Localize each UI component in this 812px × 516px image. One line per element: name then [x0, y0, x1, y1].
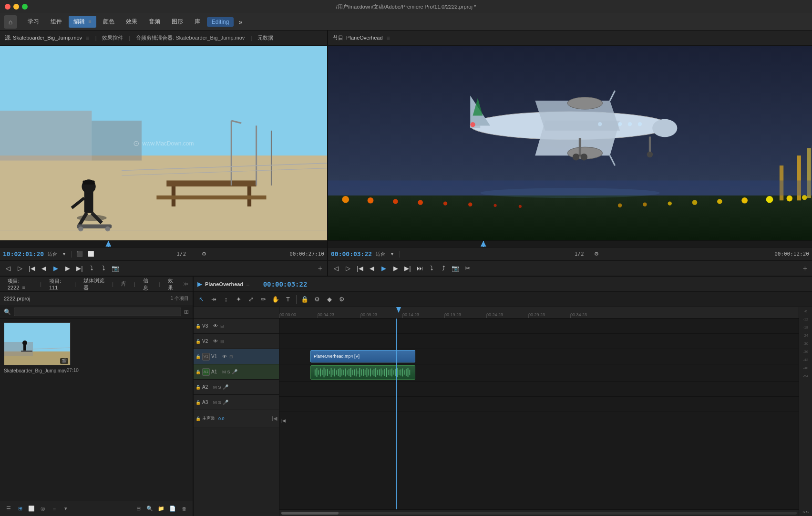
- source-step-back[interactable]: ◀: [39, 263, 49, 274]
- track-mic-A2[interactable]: 🎤: [223, 384, 228, 390]
- clip-video-planeoverhead[interactable]: PlaneOverhead.mp4 [V]: [310, 350, 415, 362]
- timeline-scrollbar-thumb[interactable]: [281, 512, 339, 515]
- close-button[interactable]: [5, 4, 10, 10]
- menu-item-audio[interactable]: 音频: [144, 16, 165, 28]
- track-lock-A1[interactable]: 🔒: [195, 370, 201, 374]
- program-add-button[interactable]: +: [801, 264, 809, 273]
- source-effects-tab[interactable]: 效果控件: [102, 34, 123, 41]
- automate-to-sequence[interactable]: ⊟: [134, 504, 143, 514]
- track-sync-V1[interactable]: ⊟: [229, 354, 233, 359]
- program-fit-dropdown[interactable]: ▾: [387, 249, 397, 259]
- tool-selection[interactable]: ↖: [195, 294, 207, 305]
- search-options-icon[interactable]: ⊞: [184, 309, 189, 315]
- menu-item-color[interactable]: 颜色: [98, 16, 119, 28]
- timeline-scrollbar-track[interactable]: [281, 512, 797, 515]
- icon-view-button[interactable]: ◎: [38, 504, 48, 514]
- source-panel-menu[interactable]: ≡: [86, 34, 90, 41]
- source-scrubber[interactable]: [0, 240, 327, 247]
- source-mark-out[interactable]: ▷: [15, 263, 25, 274]
- tool-razor[interactable]: ✦: [233, 294, 244, 305]
- tool-slip[interactable]: ⤢: [245, 294, 257, 305]
- program-scrubber[interactable]: [328, 240, 812, 247]
- project-tab-main[interactable]: 项目: 2222 ≡: [4, 277, 36, 291]
- menu-item-library[interactable]: 库: [190, 16, 205, 28]
- track-content-A2[interactable]: [279, 382, 799, 397]
- track-lock-A3[interactable]: 🔒: [195, 400, 201, 405]
- more-workspaces-button[interactable]: »: [236, 16, 245, 28]
- source-play[interactable]: ▶: [51, 263, 61, 274]
- source-go-out[interactable]: ▶|: [74, 263, 85, 274]
- sort-order-button[interactable]: ▾: [61, 504, 71, 514]
- track-mute-A1[interactable]: M: [222, 370, 226, 374]
- tool-text[interactable]: T: [282, 294, 294, 305]
- program-panel-menu[interactable]: ≡: [387, 34, 391, 41]
- freeform-view-button[interactable]: ⬜: [27, 504, 36, 514]
- project-more-button[interactable]: ≫: [183, 281, 189, 287]
- source-overwrite-btn[interactable]: ⬜: [86, 249, 96, 259]
- program-extract[interactable]: ⤴: [438, 263, 449, 274]
- source-overwrite[interactable]: ⤵: [98, 263, 109, 274]
- track-master-expand[interactable]: |◀: [272, 415, 277, 422]
- program-camera[interactable]: 📷: [450, 263, 461, 274]
- menu-item-edit[interactable]: 编辑 ≡: [69, 16, 96, 28]
- source-step-fwd[interactable]: ▶: [62, 263, 73, 274]
- track-lock-V3[interactable]: 🔒: [195, 324, 201, 329]
- tl-snap[interactable]: 🔒: [299, 294, 310, 305]
- program-trim[interactable]: ✂: [462, 263, 473, 274]
- track-content-V1[interactable]: PlaneOverhead.mp4 [V]: [279, 349, 799, 364]
- minimize-button[interactable]: [13, 4, 19, 10]
- project-search-input[interactable]: [14, 308, 181, 316]
- track-eye-V3[interactable]: 👁: [213, 323, 218, 329]
- project-tab-browser[interactable]: 媒体浏览器: [80, 276, 108, 292]
- project-item-skateboarder[interactable]: 🎬 Skateboarder_Big_Jump.mov 27:10: [4, 322, 79, 373]
- program-mark-in[interactable]: ◁: [331, 263, 341, 274]
- master-expand[interactable]: |◀: [281, 418, 286, 423]
- new-item-button[interactable]: 📄: [168, 504, 177, 514]
- track-lock-V1[interactable]: 🔒: [195, 354, 201, 359]
- tool-ripple[interactable]: ↕: [220, 294, 232, 305]
- program-play[interactable]: ▶: [379, 263, 389, 274]
- grid-view-button[interactable]: ⊞: [15, 504, 25, 514]
- clip-audio-planeoverhead[interactable]: [310, 365, 415, 380]
- program-mark-out[interactable]: ▷: [343, 263, 353, 274]
- track-sync-V3[interactable]: ⊟: [220, 324, 224, 329]
- track-mute-A3[interactable]: M: [213, 400, 217, 405]
- list-view-button[interactable]: ☰: [4, 504, 13, 514]
- tl-linked[interactable]: ⚙: [311, 294, 323, 305]
- source-mark-in[interactable]: ◁: [3, 263, 13, 274]
- track-solo-A2[interactable]: S: [218, 385, 221, 390]
- track-mic-A1[interactable]: 🎤: [232, 369, 237, 374]
- timeline-menu-button[interactable]: ≡: [246, 280, 250, 288]
- program-step-back[interactable]: ◀: [367, 263, 377, 274]
- track-solo-A3[interactable]: S: [218, 400, 221, 405]
- tl-markers[interactable]: ◆: [324, 294, 335, 305]
- track-mic-A3[interactable]: 🎤: [223, 400, 228, 405]
- tl-settings[interactable]: ⚙: [336, 294, 348, 305]
- menu-item-graph[interactable]: 图形: [167, 16, 188, 28]
- source-audiomix-tab[interactable]: 音频剪辑混合器: Skateboarder_Big_Jump.mov: [136, 34, 245, 41]
- track-content-V2[interactable]: [279, 334, 799, 349]
- project-tab-info[interactable]: 信息: [139, 276, 155, 292]
- source-go-in[interactable]: |◀: [27, 263, 37, 274]
- source-fit-dropdown[interactable]: ▾: [59, 249, 69, 259]
- program-go-out[interactable]: ▶|: [402, 263, 413, 274]
- program-settings-btn[interactable]: ⚙: [592, 249, 601, 259]
- new-bin-button[interactable]: 📁: [156, 504, 166, 514]
- delete-button[interactable]: 🗑: [179, 504, 189, 514]
- track-lock-A2[interactable]: 🔒: [195, 385, 201, 390]
- tool-forward-select[interactable]: ↠: [208, 294, 219, 305]
- timeline-scrollbar[interactable]: [279, 509, 799, 516]
- sort-button[interactable]: ≡: [50, 504, 59, 514]
- track-content-A3[interactable]: [279, 397, 799, 412]
- project-tab-111[interactable]: 项目: 111: [45, 277, 71, 291]
- fullscreen-button[interactable]: [22, 4, 28, 10]
- track-target-A1[interactable]: A1: [202, 368, 210, 376]
- source-add-button[interactable]: +: [316, 264, 324, 273]
- find-button[interactable]: 🔍: [145, 504, 154, 514]
- program-next-edit[interactable]: ⏭: [414, 263, 425, 274]
- track-eye-V1[interactable]: 👁: [222, 354, 227, 359]
- menu-item-learn[interactable]: 学习: [23, 16, 44, 28]
- source-camera[interactable]: 📷: [110, 263, 121, 274]
- tool-pen[interactable]: ✏: [257, 294, 269, 305]
- menu-item-effect[interactable]: 效果: [121, 16, 142, 28]
